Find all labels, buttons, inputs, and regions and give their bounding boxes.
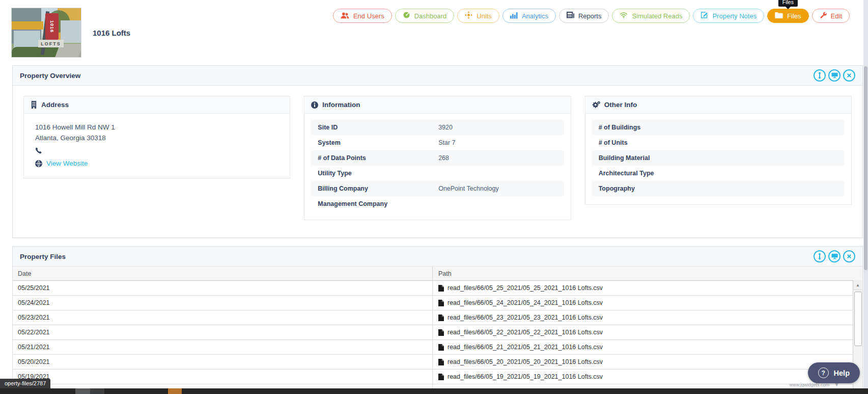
end-users-button[interactable]: End Users <box>333 9 392 23</box>
file-path-cell[interactable]: read_files/66/05_21_2021/05_21_2021_1016… <box>432 340 862 354</box>
files-button[interactable]: Files Files <box>767 9 808 23</box>
dashboard-icon <box>403 11 410 20</box>
fullscreen-panel-button[interactable] <box>828 69 841 82</box>
table-row[interactable]: 05/20/2021 read_files/66/05_20_2021/05_2… <box>13 355 862 370</box>
files-label: Files <box>787 12 801 20</box>
file-path-cell[interactable]: read_files/66/05_20_2021/05_20_2021_1016… <box>432 355 862 369</box>
file-path-cell[interactable]: read_files/66/05_25_2021/05_25_2021_1016… <box>432 281 862 295</box>
view-website-link[interactable]: View Website <box>35 160 88 167</box>
file-path-link[interactable]: read_files/66/05_21_2021/05_21_2021_1016… <box>447 344 603 351</box>
dashboard-label: Dashboard <box>414 12 447 20</box>
collapse-panel-button[interactable] <box>814 250 826 262</box>
information-card-title: Information <box>322 101 360 109</box>
file-path-link[interactable]: read_files/66/05_25_2021/05_25_2021_1016… <box>447 284 603 292</box>
panel-actions <box>814 250 855 262</box>
dashboard-button[interactable]: Dashboard <box>395 9 455 23</box>
fullscreen-panel-button[interactable] <box>828 250 841 262</box>
info-row: # of Units <box>592 135 845 150</box>
info-circle-icon <box>311 101 318 109</box>
column-header-date[interactable]: Date <box>13 267 432 280</box>
bar-chart-icon <box>510 12 518 20</box>
table-row[interactable]: 05/19/2021 read_files/66/05_19_2021/05_1… <box>13 370 862 384</box>
close-icon <box>847 73 852 78</box>
simulated-reads-button[interactable]: Simulated Reads <box>612 9 690 23</box>
analytics-label: Analytics <box>522 12 548 20</box>
files-table: Date Path 05/25/2021 read_files/66/05_25… <box>13 267 862 391</box>
table-row[interactable]: 05/21/2021 read_files/66/05_21_2021/05_2… <box>13 340 862 355</box>
collapse-panel-button[interactable] <box>814 69 826 82</box>
file-path-cell[interactable]: read_files/66/05_22_2021/05_22_2021_1016… <box>432 325 862 339</box>
file-icon <box>438 344 444 351</box>
info-label: Building Material <box>599 154 719 162</box>
property-overview-panel: Property Overview Address 1016 Howell Mi… <box>12 65 863 238</box>
wifi-icon <box>620 12 628 20</box>
monitor-icon <box>831 72 838 78</box>
units-button[interactable]: Units <box>457 9 499 23</box>
close-panel-button[interactable] <box>843 250 855 262</box>
report-icon <box>567 11 574 20</box>
scroll-up-arrow[interactable]: ▲ <box>853 280 862 290</box>
phone-icon <box>35 147 278 156</box>
close-panel-button[interactable] <box>843 69 855 82</box>
gears-icon <box>592 101 600 109</box>
files-tooltip: Files <box>778 0 798 7</box>
file-path-link[interactable]: read_files/66/05_23_2021/05_23_2021_1016… <box>447 314 603 321</box>
units-icon <box>465 11 472 20</box>
file-icon <box>438 314 444 321</box>
analytics-button[interactable]: Analytics <box>502 9 556 23</box>
information-card-header: Information <box>304 96 570 114</box>
end-users-label: End Users <box>353 12 384 20</box>
file-path-cell[interactable]: read_files/66/05_24_2021/05_24_2021_1016… <box>432 296 862 310</box>
status-link-preview: operty-files/2787 <box>0 379 50 388</box>
help-label: Help <box>834 369 850 377</box>
address-card: Address 1016 Howell Mill Rd NW 1 Atlanta… <box>23 96 290 178</box>
globe-icon <box>35 160 42 167</box>
building-icon <box>31 101 37 109</box>
property-notes-label: Property Notes <box>712 12 757 20</box>
file-path-link[interactable]: read_files/66/05_20_2021/05_20_2021_1016… <box>447 358 603 365</box>
file-date-cell: 05/22/2021 <box>13 325 432 339</box>
info-label: # of Units <box>599 139 719 146</box>
monitor-icon <box>831 253 838 259</box>
info-label: Topography <box>599 185 719 192</box>
edit-button[interactable]: Edit <box>812 9 850 23</box>
info-label: Management Company <box>318 200 438 207</box>
address-card-title: Address <box>41 101 69 109</box>
table-row[interactable]: 05/22/2021 read_files/66/05_22_2021/05_2… <box>13 325 862 340</box>
edit-note-icon <box>701 11 708 20</box>
info-row: Management Company <box>311 196 564 212</box>
file-date-cell: 05/23/2021 <box>13 310 432 325</box>
reports-button[interactable]: Reports <box>559 9 609 23</box>
property-notes-button[interactable]: Property Notes <box>693 9 764 23</box>
photo-sign-top: 1016 <box>45 13 59 40</box>
panel-actions <box>814 69 855 82</box>
help-button[interactable]: ? Help <box>808 362 860 383</box>
file-date-cell: 05/25/2021 <box>13 281 432 295</box>
column-header-path[interactable]: Path <box>432 267 862 280</box>
file-date-cell: 05/24/2021 <box>13 296 432 310</box>
info-value: 3920 <box>438 124 453 131</box>
page-scrollbar[interactable] <box>863 0 868 388</box>
file-path-cell[interactable]: read_files/66/05_23_2021/05_23_2021_1016… <box>432 310 862 325</box>
table-row[interactable]: 05/25/2021 read_files/66/05_25_2021/05_2… <box>13 281 862 296</box>
file-path-link[interactable]: read_files/66/05_19_2021/05_19_2021_1016… <box>447 373 603 380</box>
info-row: Topography <box>592 181 845 196</box>
page-scrollbar-thumb[interactable] <box>864 66 867 270</box>
units-label: Units <box>477 12 492 20</box>
info-value: 268 <box>438 154 449 162</box>
table-row[interactable]: 05/23/2021 read_files/66/05_23_2021/05_2… <box>13 310 862 325</box>
table-row[interactable]: 05/24/2021 read_files/66/05_24_2021/05_2… <box>13 296 862 310</box>
other-info-card-title: Other Info <box>604 101 637 109</box>
reports-label: Reports <box>578 12 602 20</box>
header-nav: End Users Dashboard Units Analytics Repo… <box>333 9 850 23</box>
file-path-link[interactable]: read_files/66/05_24_2021/05_24_2021_1016… <box>447 299 603 306</box>
view-website-label[interactable]: View Website <box>46 160 88 167</box>
file-icon <box>438 329 444 336</box>
property-photo: 1016 LOFTS <box>11 8 81 58</box>
property-files-title: Property Files <box>20 253 66 260</box>
info-label: Utility Type <box>318 170 438 177</box>
info-row: # of Buildings <box>592 120 845 135</box>
address-line-2: Atlanta, Georgia 30318 <box>35 133 278 143</box>
file-path-link[interactable]: read_files/66/05_22_2021/05_22_2021_1016… <box>447 329 603 336</box>
scrollbar-thumb[interactable] <box>854 292 862 346</box>
